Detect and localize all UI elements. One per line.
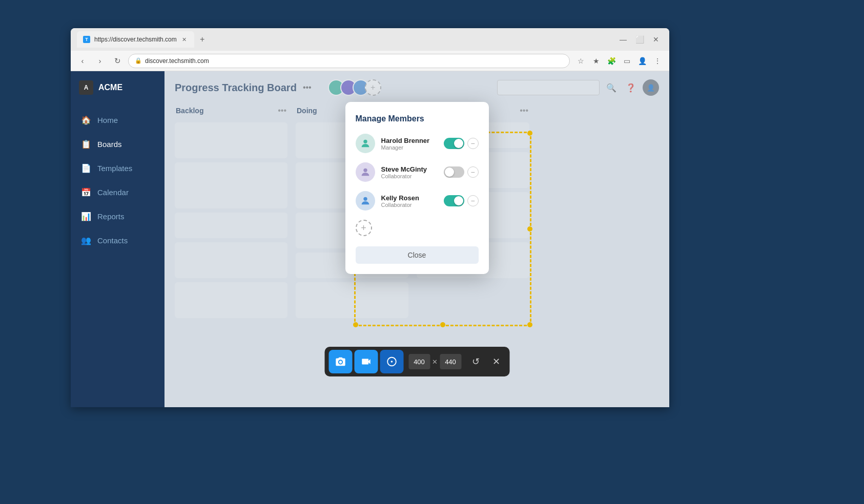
member-info-steve: Steve McGinty Collaborator — [381, 165, 438, 179]
svg-point-0 — [363, 140, 367, 143]
address-text: discover.techsmith.com — [145, 57, 563, 65]
svg-point-1 — [363, 169, 367, 172]
bookmark-btn[interactable]: ☆ — [574, 54, 587, 68]
back-btn[interactable]: ‹ — [76, 54, 89, 68]
modal-title: Manage Members — [356, 114, 479, 123]
avatar-kelly-modal — [356, 191, 375, 211]
member-name-kelly: Kelly Rosen — [381, 194, 438, 202]
sidebar-item-calendar[interactable]: 📅 Calendar — [71, 180, 164, 204]
manage-members-modal: Manage Members Harold Brenner Manager — [345, 102, 489, 274]
app-content: A ACME 🏠 Home 📋 Boards 📄 Templates 📅 — [71, 71, 669, 407]
member-name-steve: Steve McGinty — [381, 165, 438, 173]
sidebar-toggle-btn[interactable]: ▭ — [620, 54, 633, 68]
toggle-kelly[interactable] — [444, 195, 464, 206]
close-btn[interactable]: ✕ — [649, 32, 663, 47]
tab-favicon: T — [83, 36, 90, 43]
remove-steve-btn[interactable]: − — [467, 166, 479, 178]
sidebar-label-templates: Templates — [97, 164, 132, 173]
sidebar-nav: 🏠 Home 📋 Boards 📄 Templates 📅 Calendar 📊 — [71, 104, 164, 407]
menu-btn[interactable]: ⋮ — [651, 54, 664, 68]
sidebar-item-contacts[interactable]: 👥 Contacts — [71, 228, 164, 253]
width-input[interactable]: 400 — [408, 354, 430, 369]
member-role-kelly: Collaborator — [381, 202, 438, 208]
calendar-icon: 📅 — [81, 187, 91, 197]
extensions-btn[interactable]: 🧩 — [605, 54, 618, 68]
modal-close-button[interactable]: Close — [356, 246, 479, 264]
sidebar-label-boards: Boards — [97, 140, 122, 149]
sidebar-item-home[interactable]: 🏠 Home — [71, 108, 164, 132]
member-controls-steve: − — [444, 166, 479, 178]
home-icon: 🏠 — [81, 115, 91, 125]
sidebar-item-boards[interactable]: 📋 Boards — [71, 132, 164, 156]
member-info-kelly: Kelly Rosen Collaborator — [381, 194, 438, 208]
svg-point-3 — [339, 361, 342, 364]
avatar-steve-modal — [356, 162, 375, 182]
close-capture-btn[interactable]: ✕ — [487, 352, 505, 371]
remove-kelly-btn[interactable]: − — [467, 195, 479, 206]
browser-titlebar: T https://discover.techsmith.com ✕ + — ⬜… — [71, 28, 669, 51]
member-info-harold: Harold Brenner Manager — [381, 137, 438, 151]
member-role-steve: Collaborator — [381, 173, 438, 179]
avatar-harold-modal — [356, 134, 375, 153]
active-tab[interactable]: T https://discover.techsmith.com ✕ — [77, 31, 194, 48]
brand-name: ACME — [98, 83, 122, 92]
video-btn[interactable] — [354, 350, 378, 373]
member-row-kelly: Kelly Rosen Collaborator − — [356, 191, 479, 211]
contacts-icon: 👥 — [81, 236, 91, 245]
member-controls-kelly: − — [444, 195, 479, 206]
svg-point-4 — [390, 361, 393, 363]
capture-toolbar: 400 ✕ 440 ↺ ✕ — [324, 347, 509, 376]
add-member-btn[interactable]: + — [356, 220, 372, 236]
crosshair-btn[interactable] — [380, 350, 403, 373]
forward-btn[interactable]: › — [93, 54, 107, 68]
reload-btn[interactable]: ↻ — [111, 54, 124, 68]
window-controls: — ⬜ ✕ — [616, 32, 663, 47]
member-row-harold: Harold Brenner Manager − — [356, 134, 479, 153]
toggle-thumb-harold — [454, 139, 463, 148]
toggle-harold[interactable] — [444, 138, 464, 149]
tab-url-text: https://discover.techsmith.com — [94, 36, 177, 43]
minimize-btn[interactable]: — — [616, 32, 630, 47]
sidebar-label-calendar: Calendar — [97, 188, 129, 197]
toggle-steve[interactable] — [444, 166, 464, 178]
browser-toolbar: ‹ › ↻ 🔒 discover.techsmith.com ☆ ★ 🧩 ▭ 👤… — [71, 51, 669, 71]
sidebar-label-home: Home — [97, 116, 118, 124]
star-btn[interactable]: ★ — [589, 54, 603, 68]
lock-icon: 🔒 — [135, 57, 142, 64]
brand-area: A ACME — [71, 71, 164, 104]
browser-window: T https://discover.techsmith.com ✕ + — ⬜… — [71, 28, 669, 407]
member-name-harold: Harold Brenner — [381, 137, 438, 144]
brand-logo: A — [79, 80, 93, 95]
dimension-separator: ✕ — [432, 358, 438, 366]
screenshot-btn[interactable] — [328, 350, 352, 373]
svg-point-2 — [363, 197, 367, 201]
tab-bar: T https://discover.techsmith.com ✕ + — [77, 31, 612, 48]
sidebar-item-templates[interactable]: 📄 Templates — [71, 156, 164, 180]
toggle-thumb-steve — [445, 167, 454, 177]
toolbar-actions: ☆ ★ 🧩 ▭ 👤 ⋮ — [574, 54, 664, 68]
reports-icon: 📊 — [81, 212, 91, 221]
capture-dimensions: 400 ✕ 440 — [405, 354, 464, 369]
boards-icon: 📋 — [81, 139, 91, 149]
address-bar[interactable]: 🔒 discover.techsmith.com — [128, 54, 570, 68]
sidebar-label-contacts: Contacts — [97, 236, 128, 245]
member-role-harold: Manager — [381, 144, 438, 151]
toggle-thumb-kelly — [454, 196, 463, 205]
profile-btn[interactable]: 👤 — [635, 54, 649, 68]
sidebar-item-reports[interactable]: 📊 Reports — [71, 204, 164, 228]
main-area: Progress Tracking Board ••• + 🔍 ❓ 👤 — [164, 71, 669, 407]
reset-capture-btn[interactable]: ↺ — [466, 352, 485, 371]
member-row-steve: Steve McGinty Collaborator − — [356, 162, 479, 182]
sidebar-label-reports: Reports — [97, 212, 125, 221]
sidebar: A ACME 🏠 Home 📋 Boards 📄 Templates 📅 — [71, 71, 164, 407]
height-input[interactable]: 440 — [440, 354, 461, 369]
tab-close-btn[interactable]: ✕ — [181, 36, 188, 43]
restore-btn[interactable]: ⬜ — [632, 32, 647, 47]
new-tab-btn[interactable]: + — [196, 33, 209, 46]
member-controls-harold: − — [444, 138, 479, 149]
templates-icon: 📄 — [81, 163, 91, 173]
remove-harold-btn[interactable]: − — [467, 138, 479, 149]
